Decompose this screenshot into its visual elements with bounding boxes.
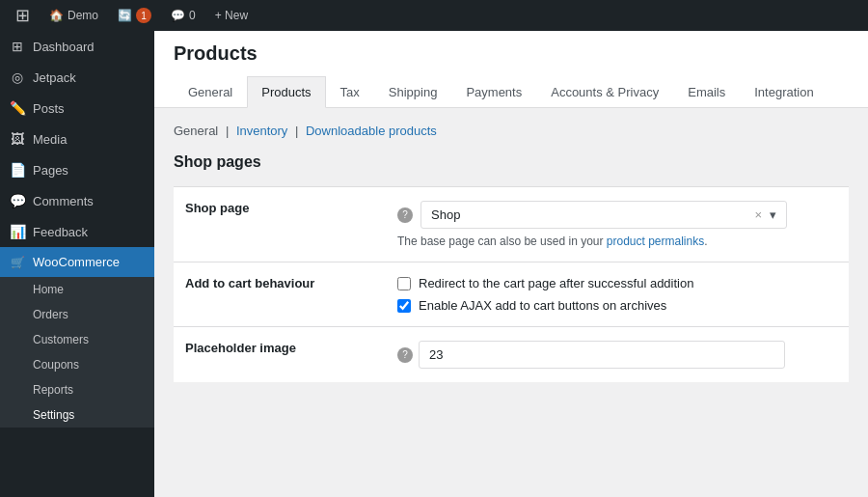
add-to-cart-control: Redirect to the cart page after successf… — [386, 262, 849, 327]
select-clear-icon[interactable]: × — [754, 207, 762, 222]
sidebar-item-label: Posts — [33, 101, 65, 116]
comments-button[interactable]: 💬 0 — [163, 0, 203, 31]
woocommerce-icon: 🛒 — [10, 256, 25, 269]
wp-logo-icon: ⊞ — [15, 5, 30, 26]
main-layout: ⊞ Dashboard ◎ Jetpack ✏️ Posts 🖼 Media 📄… — [0, 31, 868, 497]
shop-page-value: Shop — [431, 207, 460, 222]
site-name-button[interactable]: 🏠 Demo — [41, 0, 106, 31]
tab-products[interactable]: Products — [247, 76, 325, 108]
pages-icon: 📄 — [10, 162, 25, 178]
sidebar-item-label: Media — [33, 132, 67, 147]
ajax-checkbox-item[interactable]: Enable AJAX add to cart buttons on archi… — [397, 298, 837, 313]
tab-tax[interactable]: Tax — [326, 76, 374, 108]
feedback-icon: 📊 — [10, 224, 25, 239]
main-content: Products General Products Tax Shipping P… — [154, 31, 868, 497]
add-to-cart-label: Add to cart behaviour — [174, 262, 386, 327]
new-content-button[interactable]: + New — [207, 0, 256, 31]
tab-payments[interactable]: Payments — [451, 76, 536, 108]
sidebar-item-label: Dashboard — [33, 40, 95, 54]
sidebar-item-dashboard[interactable]: ⊞ Dashboard — [0, 31, 154, 62]
product-permalinks-link[interactable]: product permalinks — [607, 235, 704, 248]
tabs-bar: General Products Tax Shipping Payments A… — [174, 76, 849, 107]
home-icon: 🏠 — [49, 9, 64, 22]
sidebar-item-label: WooCommerce — [33, 255, 120, 269]
site-name-label: Demo — [68, 9, 98, 22]
page-header: Products General Products Tax Shipping P… — [154, 31, 868, 108]
sub-nav-sep1: | — [226, 124, 232, 138]
posts-icon: ✏️ — [10, 100, 25, 116]
updates-badge: 1 — [136, 8, 151, 23]
woo-subitem-coupons[interactable]: Coupons — [0, 352, 154, 377]
table-row: Placeholder image ? — [174, 327, 849, 383]
sidebar-item-pages[interactable]: 📄 Pages — [0, 154, 154, 185]
table-row: Add to cart behaviour Redirect to the ca… — [174, 262, 849, 327]
sidebar-item-label: Feedback — [33, 225, 88, 239]
page-content: General | Inventory | Downloadable produ… — [154, 108, 868, 398]
redirect-checkbox-label: Redirect to the cart page after successf… — [419, 276, 693, 290]
comments-icon: 💬 — [171, 9, 185, 22]
add-to-cart-checkboxes: Redirect to the cart page after successf… — [397, 276, 837, 313]
settings-table: Shop page ? Shop × ▾ — [174, 186, 849, 382]
comments-count: 0 — [189, 9, 196, 22]
redirect-checkbox[interactable] — [397, 277, 411, 290]
tab-general[interactable]: General — [174, 76, 247, 108]
sidebar-item-posts[interactable]: ✏️ Posts — [0, 93, 154, 124]
tab-shipping[interactable]: Shipping — [374, 76, 452, 108]
sidebar-item-label: Jetpack — [33, 70, 76, 85]
shop-page-control: ? Shop × ▾ The base page — [386, 187, 849, 262]
redirect-checkbox-item[interactable]: Redirect to the cart page after successf… — [397, 276, 837, 290]
sidebar-item-label: Comments — [33, 194, 94, 208]
placeholder-image-label: Placeholder image — [174, 327, 386, 383]
ajax-checkbox-label: Enable AJAX add to cart buttons on archi… — [419, 298, 666, 313]
media-icon: 🖼 — [10, 131, 25, 147]
woo-subitem-home[interactable]: Home — [0, 277, 154, 302]
sub-nav-current: General — [174, 124, 218, 138]
updates-icon: 🔄 — [118, 9, 132, 22]
sidebar-item-label: Pages — [33, 163, 68, 178]
woo-subitem-reports[interactable]: Reports — [0, 377, 154, 402]
select-arrow-icon[interactable]: ▾ — [770, 207, 776, 222]
woo-subitem-settings[interactable]: Settings — [0, 402, 154, 428]
sidebar-item-comments[interactable]: 💬 Comments — [0, 185, 154, 216]
sub-nav: General | Inventory | Downloadable produ… — [174, 124, 849, 138]
updates-button[interactable]: 🔄 1 — [110, 0, 159, 31]
admin-bar: ⊞ 🏠 Demo 🔄 1 💬 0 + New — [0, 0, 868, 31]
comments-nav-icon: 💬 — [10, 193, 25, 208]
tab-accounts-privacy[interactable]: Accounts & Privacy — [536, 76, 673, 108]
sub-nav-sep2: | — [295, 124, 302, 138]
sidebar: ⊞ Dashboard ◎ Jetpack ✏️ Posts 🖼 Media 📄… — [0, 31, 154, 497]
sub-nav-inventory[interactable]: Inventory — [236, 124, 287, 138]
tab-integration[interactable]: Integration — [740, 76, 827, 108]
placeholder-help-icon[interactable]: ? — [397, 347, 413, 363]
sub-nav-downloadable[interactable]: Downloadable products — [306, 124, 437, 138]
placeholder-image-control: ? — [386, 327, 849, 383]
sidebar-item-feedback[interactable]: 📊 Feedback — [0, 216, 154, 247]
shop-page-help-text: The base page can also be used in your p… — [397, 235, 837, 248]
shop-page-help-icon[interactable]: ? — [397, 207, 413, 223]
page-title: Products — [174, 42, 849, 65]
sidebar-item-woocommerce[interactable]: 🛒 WooCommerce — [0, 247, 154, 277]
jetpack-icon: ◎ — [10, 69, 25, 85]
sidebar-item-media[interactable]: 🖼 Media — [0, 124, 154, 154]
section-title: Shop pages — [174, 153, 849, 171]
sidebar-item-jetpack[interactable]: ◎ Jetpack — [0, 62, 154, 93]
new-label: + New — [215, 9, 248, 22]
woo-subitem-customers[interactable]: Customers — [0, 327, 154, 352]
woo-submenu: Home Orders Customers Coupons Reports Se… — [0, 277, 154, 428]
shop-page-select[interactable]: Shop × ▾ — [420, 201, 787, 229]
shop-page-select-wrapper: ? Shop × ▾ — [397, 201, 837, 229]
table-row: Shop page ? Shop × ▾ — [174, 187, 849, 262]
wp-logo-button[interactable]: ⊞ — [8, 0, 38, 31]
tab-emails[interactable]: Emails — [673, 76, 740, 108]
shop-page-label: Shop page — [174, 187, 386, 262]
dashboard-icon: ⊞ — [10, 39, 25, 54]
woo-subitem-orders[interactable]: Orders — [0, 302, 154, 327]
placeholder-image-input[interactable] — [419, 341, 785, 369]
ajax-checkbox[interactable] — [397, 299, 411, 313]
